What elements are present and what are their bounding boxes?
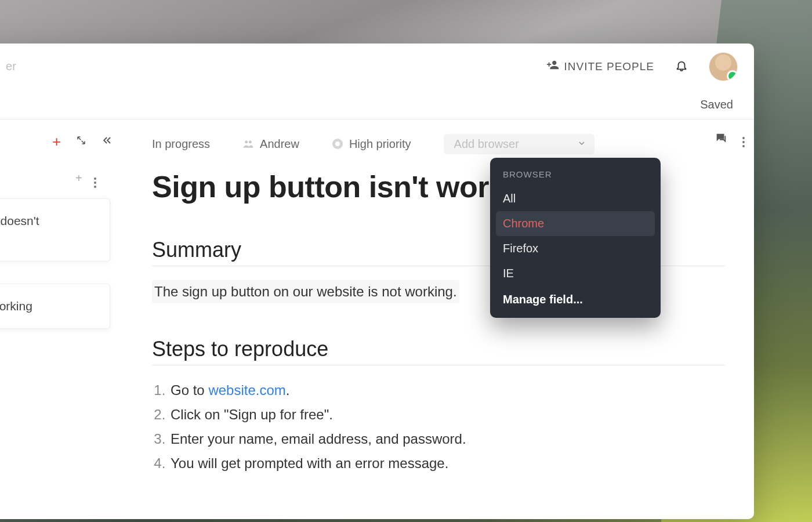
sidebar-secondary-toolbar: + (0, 172, 116, 188)
priority-label: High priority (349, 137, 411, 151)
chevron-down-icon (577, 137, 586, 151)
sidebar-card[interactable]: isn't working (0, 284, 110, 329)
dropdown-option-ie[interactable]: IE (496, 261, 655, 286)
priority-field[interactable]: High priority (332, 137, 411, 151)
sidebar-card-text: isn't working (0, 299, 32, 313)
assignee-label: Andrew (260, 137, 299, 151)
browser-dropdown: BROWSER All Chrome Firefox IE Manage fie… (490, 158, 661, 318)
browser-field[interactable] (444, 134, 594, 154)
add-button[interactable]: + (52, 133, 61, 151)
save-status-row: Saved (0, 90, 754, 119)
sidebar: + + (0, 119, 116, 519)
priority-icon (332, 138, 343, 150)
breadcrumb-truncated: er (6, 60, 16, 73)
expand-button[interactable] (76, 135, 86, 148)
comment-icon (715, 136, 727, 146)
step-text: Go to (171, 382, 208, 398)
app-window: er INVITE PEOPLE Saved + (0, 44, 754, 519)
step-text: . (286, 382, 290, 398)
status-field[interactable]: In progress (152, 137, 210, 151)
dropdown-option-firefox[interactable]: Firefox (496, 236, 655, 261)
dropdown-manage-field[interactable]: Manage field... (496, 286, 655, 310)
collapse-sidebar-button[interactable] (102, 135, 113, 148)
more-vertical-icon (742, 137, 745, 147)
steps-heading: Steps to reproduce (152, 337, 725, 365)
notifications-button[interactable] (675, 59, 688, 75)
step-item[interactable]: Click on "Sign up for free". (169, 403, 725, 427)
person-add-icon (546, 59, 559, 74)
plus-icon: + (52, 133, 61, 150)
dropdown-header: BROWSER (496, 167, 655, 186)
assignee-field[interactable]: Andrew (242, 137, 299, 151)
user-avatar[interactable] (709, 52, 738, 81)
comments-button[interactable] (715, 132, 727, 147)
step-item[interactable]: Go to website.com. (169, 378, 725, 403)
document-more-button[interactable] (742, 131, 745, 147)
dropdown-option-all[interactable]: All (496, 186, 655, 211)
svg-point-0 (245, 140, 248, 143)
more-vertical-icon (94, 177, 96, 188)
saved-label: Saved (700, 98, 733, 111)
document-actions (715, 131, 745, 147)
step-item[interactable]: Enter your name, email address, and pass… (169, 427, 725, 451)
invite-people-button[interactable]: INVITE PEOPLE (546, 59, 654, 74)
step-text: Enter your name, email address, and pass… (171, 431, 466, 447)
document-pane: In progress Andrew High priority (116, 119, 754, 519)
document-meta-row: In progress Andrew High priority (152, 131, 725, 157)
expand-icon (76, 137, 86, 147)
sidebar-more-button[interactable] (94, 172, 96, 188)
browser-input[interactable] (454, 137, 541, 151)
people-icon (242, 138, 254, 150)
status-label: In progress (152, 137, 210, 151)
sidebar-card[interactable]: board doesn'ttically (0, 198, 110, 262)
invite-people-label: INVITE PEOPLE (564, 60, 654, 73)
content-area: + + (0, 119, 754, 519)
dropdown-option-chrome[interactable]: Chrome (496, 211, 655, 236)
chevron-double-left-icon (102, 138, 113, 148)
svg-point-1 (249, 140, 252, 143)
sidebar-card-text: board doesn'ttically (0, 214, 39, 246)
sidebar-add-item-button[interactable]: + (75, 172, 82, 188)
summary-text[interactable]: The sign up button on our website is not… (152, 280, 459, 303)
sidebar-toolbar: + (0, 129, 116, 154)
step-link[interactable]: website.com (208, 382, 285, 398)
steps-list: Go to website.com. Click on "Sign up for… (152, 378, 725, 476)
topbar: er INVITE PEOPLE (0, 44, 754, 90)
step-text: You will get prompted with an error mess… (171, 455, 448, 471)
step-item[interactable]: You will get prompted with an error mess… (169, 451, 725, 476)
plus-icon: + (75, 172, 82, 184)
bell-icon (675, 64, 688, 74)
step-text: Click on "Sign up for free". (171, 407, 333, 422)
